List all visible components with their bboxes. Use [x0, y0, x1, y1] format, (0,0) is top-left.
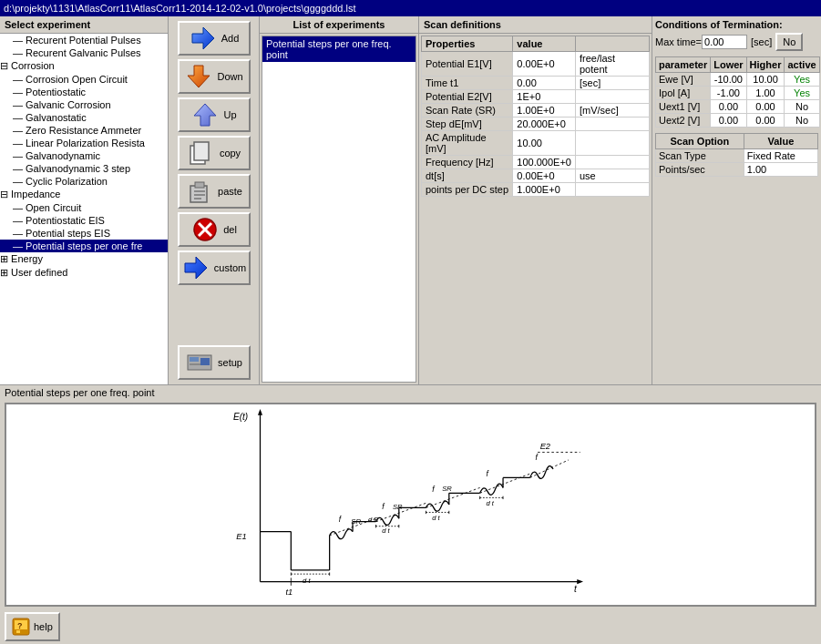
max-time-input[interactable]	[702, 35, 747, 49]
left-panel-title: Select experiment	[0, 16, 168, 34]
svg-text:d t: d t	[382, 526, 390, 535]
help-label: help	[34, 621, 53, 632]
svg-text:f: f	[382, 502, 385, 511]
tree-item-potentiostatic-eis[interactable]: — Potentiostatic EIS	[0, 214, 168, 227]
condition-row: Uext1 [V]0.000.00No	[656, 100, 820, 114]
add-label: Add	[221, 33, 240, 44]
svg-rect-7	[194, 190, 205, 192]
chart-container: E(t) t t1 E1 E2	[5, 403, 816, 607]
paste-label: paste	[218, 186, 242, 197]
sec-label: [sec]	[751, 36, 772, 47]
svg-text:d t: d t	[486, 499, 494, 507]
tree-container[interactable]: — Recurent Potential Pulses— Recurent Ga…	[0, 34, 168, 384]
setup-label: setup	[218, 357, 242, 368]
tree-item-galvanostatic[interactable]: — Galvanostatic	[0, 111, 168, 124]
bottom-section: Potential steps per one freq. point E(t)…	[0, 385, 821, 644]
scan-row: Potential E1[V]0.00E+0free/last potent	[422, 52, 650, 77]
scan-row: points per DC step1.000E+0	[422, 183, 650, 197]
scan-option-row: Scan TypeFixed Rate	[656, 149, 818, 163]
svg-text:t1: t1	[285, 588, 292, 597]
svg-text:f: f	[486, 469, 489, 478]
tree-item-galvanodynamic[interactable]: — Galvanodynamic	[0, 149, 168, 162]
tree-item-galvanodynamic3[interactable]: — Galvanodynamic 3 step	[0, 162, 168, 175]
tree-item-linear-polar[interactable]: — Linear Polarization Resista	[0, 137, 168, 149]
svg-text:f: f	[536, 453, 539, 462]
no-button[interactable]: No	[775, 33, 803, 51]
scan-row: Step dE[mV]20.000E+0	[422, 118, 650, 131]
tree-item-zero-resistance[interactable]: — Zero Resistance Ammeter	[0, 124, 168, 137]
condition-row: Ewe [V]-10.0010.00Yes	[656, 73, 820, 87]
svg-rect-8	[194, 194, 205, 196]
svg-marker-13	[185, 257, 207, 279]
svg-rect-4	[194, 142, 209, 160]
tree-item-recurent-potential[interactable]: — Recurent Potential Pulses	[0, 34, 168, 46]
tree-item-energy[interactable]: ⊞ Energy	[0, 252, 168, 266]
svg-text:f: f	[432, 485, 436, 494]
tree-item-potentiostatic[interactable]: — Potentiostatic	[0, 86, 168, 98]
down-label: Down	[217, 71, 242, 82]
svg-marker-19	[258, 409, 262, 415]
buttons-panel: Add Down Up	[169, 16, 260, 384]
svg-rect-17	[200, 358, 210, 365]
tree-item-corrosion-open[interactable]: — Corrosion Open Circuit	[0, 73, 168, 86]
del-label: del	[223, 224, 237, 235]
svg-text:d t: d t	[432, 514, 440, 522]
scan-option-row: Points/sec1.00	[656, 163, 818, 177]
scan-col-value: value	[513, 36, 576, 52]
svg-marker-2	[194, 104, 216, 126]
svg-text:t: t	[574, 584, 578, 594]
up-label: Up	[223, 109, 236, 120]
tree-item-open-circuit[interactable]: — Open Circuit	[0, 201, 168, 214]
max-time-label: Max time=	[655, 36, 702, 47]
add-button[interactable]: Add	[178, 21, 251, 56]
svg-rect-6	[195, 182, 204, 188]
svg-text:d t: d t	[303, 577, 311, 585]
svg-rect-15	[190, 357, 199, 362]
list-panel: List of experiments Potential steps per …	[260, 16, 419, 384]
scan-panel-title: Scan definitions	[419, 16, 652, 34]
tree-item-galvanic-corrosion[interactable]: — Galvanic Corrosion	[0, 98, 168, 111]
svg-text:SR: SR	[393, 503, 403, 511]
list-item[interactable]: Potential steps per one freq. point	[262, 36, 416, 62]
svg-text:E(t): E(t)	[233, 412, 248, 422]
tree-item-cyclic-polar[interactable]: — Cyclic Polarization	[0, 175, 168, 188]
paste-button[interactable]: paste	[178, 174, 251, 209]
setup-button[interactable]: setup	[178, 345, 251, 380]
copy-button[interactable]: copy	[178, 136, 251, 170]
tree-item-potential-steps-eis[interactable]: — Potential steps EIS	[0, 227, 168, 240]
tree-item-user-defined[interactable]: ⊞ User defined	[0, 266, 168, 280]
svg-marker-0	[192, 27, 214, 49]
tree-item-potential-steps-freq[interactable]: — Potential steps per one fre	[0, 240, 168, 252]
svg-text:E2: E2	[540, 442, 551, 451]
tree-item-corrosion[interactable]: ⊟ Corrosion	[0, 59, 168, 73]
bottom-buttons: ? help	[0, 609, 821, 644]
scan-row: Time t10.00[sec]	[422, 77, 650, 90]
svg-text:f: f	[339, 515, 343, 524]
conditions-title: Conditions of Termination:	[655, 19, 818, 30]
down-button[interactable]: Down	[178, 59, 251, 94]
svg-rect-73	[16, 630, 20, 633]
max-time-row: Max time= [sec] No	[655, 33, 818, 51]
custom-button[interactable]: custom	[178, 250, 251, 285]
scan-row: dt[s]0.00E+0use	[422, 169, 650, 183]
chart-svg: E(t) t t1 E1 E2	[6, 404, 815, 605]
tree-item-impedance[interactable]: ⊟ Impedance	[0, 188, 168, 201]
scan-col-props: Properties	[422, 36, 513, 52]
svg-line-69	[530, 460, 569, 477]
scan-opt-col2: Value	[744, 134, 817, 149]
conditions-table: parameter Lower Higher active Ewe [V]-10…	[655, 56, 820, 128]
scan-row: Potential E2[V]1E+0	[422, 90, 650, 104]
svg-rect-9	[194, 198, 201, 199]
svg-rect-16	[190, 363, 202, 365]
list-panel-title: List of experiments	[260, 16, 418, 34]
scan-options-table: Scan Option Value Scan TypeFixed RatePoi…	[655, 133, 818, 177]
condition-row: Ipol [A]-1.001.00Yes	[656, 87, 820, 100]
list-content[interactable]: Potential steps per one freq. point	[262, 36, 416, 383]
help-button[interactable]: ? help	[5, 612, 60, 641]
tree-item-recurent-galvanic[interactable]: — Recurent Galvanic Pulses	[0, 46, 168, 59]
del-button[interactable]: del	[178, 212, 251, 247]
title-bar: d:\projekty\1131\AtlasCorr11\AtlasCorr11…	[0, 0, 821, 16]
scan-row: Frequency [Hz]100.000E+0	[422, 156, 650, 169]
svg-text:?: ?	[17, 621, 23, 630]
up-button[interactable]: Up	[178, 97, 251, 132]
